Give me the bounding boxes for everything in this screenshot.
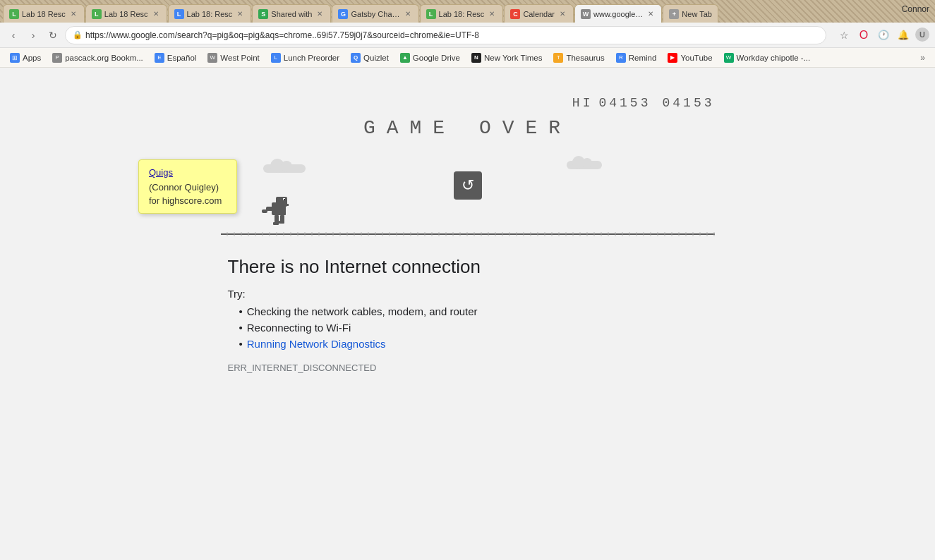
tab-close-8[interactable]: ✕ bbox=[646, 9, 656, 19]
tab-label-4: Shared with bbox=[271, 10, 312, 18]
tab-close-6[interactable]: ✕ bbox=[487, 9, 497, 19]
bookmark-quizlet-label: Quizlet bbox=[363, 54, 389, 62]
suggestion-2: Reconnecting to Wi-Fi bbox=[239, 322, 708, 334]
svg-rect-3 bbox=[284, 199, 285, 200]
extension-button[interactable]: 🔔 bbox=[895, 28, 911, 43]
tab-lab18-3[interactable]: L Lab 18: Resc ✕ bbox=[168, 4, 252, 23]
tab-icon-5: G bbox=[338, 9, 348, 19]
hi-score: 04153 bbox=[598, 96, 651, 110]
westpoint-icon: W bbox=[207, 53, 217, 63]
bookmark-lunch[interactable]: L Lunch Preorder bbox=[267, 51, 344, 64]
tooltip-sub: for highscore.com bbox=[149, 195, 227, 206]
svg-rect-4 bbox=[286, 204, 289, 206]
svg-rect-10 bbox=[273, 222, 279, 225]
espanol-icon: E bbox=[155, 53, 164, 63]
tab-label-7: Calendar bbox=[523, 10, 555, 18]
game-over-text: GAME OVER bbox=[221, 117, 715, 139]
clock-button[interactable]: 🕐 bbox=[876, 28, 891, 43]
address-box[interactable]: 🔒 https://www.google.com/search?q=pig&oq… bbox=[65, 26, 826, 44]
bookmark-youtube-label: YouTube bbox=[680, 54, 712, 62]
bookmark-workday[interactable]: W Workday chipotle -... bbox=[720, 51, 815, 64]
error-title: There is no Internet connection bbox=[228, 256, 708, 278]
tab-icon-4: S bbox=[258, 9, 268, 19]
bookmark-gdrive[interactable]: ▲ Google Drive bbox=[396, 51, 464, 64]
game-canvas[interactable] bbox=[221, 150, 715, 242]
tab-google-active[interactable]: W www.google… ✕ bbox=[574, 4, 662, 23]
game-area: HI 04153 04153 GAME OVER bbox=[221, 96, 715, 242]
tab-bar: L Lab 18 Resc ✕ L Lab 18 Resc ✕ L Lab 18… bbox=[0, 0, 935, 23]
suggestion-1-text: Checking the network cables, modem, and … bbox=[247, 305, 478, 317]
tab-icon-3: L bbox=[174, 9, 184, 19]
bookmark-pascack[interactable]: P pascack.org Bookm... bbox=[48, 51, 147, 64]
bookmark-lunch-label: Lunch Preorder bbox=[284, 54, 339, 62]
tab-shared[interactable]: S Shared with ✕ bbox=[252, 4, 331, 23]
back-button[interactable]: ‹ bbox=[6, 28, 21, 43]
hi-label: HI bbox=[572, 96, 593, 110]
svg-rect-11 bbox=[279, 221, 284, 224]
refresh-button[interactable]: ↻ bbox=[45, 28, 61, 43]
score-area: HI 04153 04153 bbox=[221, 96, 715, 110]
bookmark-remind-label: Remind bbox=[629, 54, 657, 62]
tooltip-title[interactable]: Quigs bbox=[149, 167, 227, 178]
tab-close-4[interactable]: ✕ bbox=[315, 9, 325, 19]
tab-lab18-2[interactable]: L Lab 18 Resc ✕ bbox=[85, 4, 167, 23]
lock-icon: 🔒 bbox=[73, 30, 83, 39]
dino-sprite bbox=[256, 195, 291, 233]
tab-close-5[interactable]: ✕ bbox=[403, 9, 413, 19]
thesaurus-icon: T bbox=[553, 53, 563, 63]
quizlet-icon: Q bbox=[351, 53, 361, 63]
bookmark-espanol-label: Español bbox=[167, 54, 197, 62]
ground-texture bbox=[221, 232, 715, 236]
restart-button[interactable] bbox=[454, 171, 482, 200]
opera-button[interactable]: O bbox=[856, 28, 871, 43]
bookmark-apps[interactable]: ⊞ Apps bbox=[6, 51, 45, 64]
tab-calendar[interactable]: C Calendar ✕ bbox=[504, 4, 574, 23]
tab-label-3: Lab 18: Resc bbox=[187, 10, 233, 18]
tab-close-2[interactable]: ✕ bbox=[151, 9, 161, 19]
user-label: Connor bbox=[902, 4, 929, 14]
tab-label-9: New Tab bbox=[682, 10, 712, 18]
bookmark-thesaurus[interactable]: T Thesaurus bbox=[549, 51, 608, 64]
tab-icon-7: C bbox=[510, 9, 520, 19]
bookmark-star-button[interactable]: ☆ bbox=[836, 28, 852, 43]
svg-rect-1 bbox=[276, 197, 287, 207]
bookmark-pascack-label: pascack.org Bookm... bbox=[65, 54, 143, 62]
tab-close-1[interactable]: ✕ bbox=[68, 9, 78, 19]
bookmark-quizlet[interactable]: Q Quizlet bbox=[346, 51, 393, 64]
tab-icon-8: W bbox=[581, 9, 591, 19]
bookmark-remind[interactable]: R Remind bbox=[612, 51, 661, 64]
bookmark-youtube[interactable]: ▶ YouTube bbox=[663, 51, 716, 64]
run-diagnostics-link[interactable]: Running Network Diagnostics bbox=[247, 338, 386, 350]
tab-label-6: Lab 18: Resc bbox=[439, 10, 485, 18]
remind-icon: R bbox=[616, 53, 626, 63]
tab-newtab[interactable]: + New Tab bbox=[663, 4, 718, 23]
forward-button[interactable]: › bbox=[25, 28, 41, 43]
tab-lab18-1[interactable]: L Lab 18 Resc ✕ bbox=[3, 4, 85, 23]
suggestion-list: Checking the network cables, modem, and … bbox=[239, 305, 708, 350]
tooltip-name: (Connor Quigley) bbox=[149, 182, 227, 193]
main-content: Quigs (Connor Quigley) for highscore.com… bbox=[0, 68, 935, 533]
tab-close-7[interactable]: ✕ bbox=[557, 9, 567, 19]
cloud-2 bbox=[567, 161, 602, 169]
tab-icon-1: L bbox=[9, 9, 19, 19]
tab-icon-2: L bbox=[92, 9, 102, 19]
youtube-icon: ▶ bbox=[668, 53, 677, 63]
try-label: Try: bbox=[228, 288, 708, 300]
apps-icon: ⊞ bbox=[10, 53, 20, 63]
bookmark-nyt[interactable]: N New York Times bbox=[467, 51, 546, 64]
bookmark-westpoint[interactable]: W West Point bbox=[203, 51, 263, 64]
tab-gatsby[interactable]: G Gatsby Cha… ✕ bbox=[332, 4, 418, 23]
tooltip-popup: Quigs (Connor Quigley) for highscore.com bbox=[138, 159, 237, 214]
suggestion-2-text: Reconnecting to Wi-Fi bbox=[247, 322, 351, 334]
address-bar-area: ‹ › ↻ 🔒 https://www.google.com/search?q=… bbox=[0, 23, 935, 48]
tab-label-1: Lab 18 Resc bbox=[22, 10, 66, 18]
bookmark-espanol[interactable]: E Español bbox=[150, 51, 201, 64]
profile-button[interactable]: U bbox=[915, 28, 929, 42]
bookmark-gdrive-label: Google Drive bbox=[413, 54, 460, 62]
tab-close-3[interactable]: ✕ bbox=[235, 9, 245, 19]
tab-icon-9: + bbox=[669, 9, 679, 19]
nyt-icon: N bbox=[471, 53, 481, 63]
bookmarks-more-button[interactable]: » bbox=[916, 51, 929, 64]
tab-label-5: Gatsby Cha… bbox=[351, 10, 399, 18]
tab-lab18-6[interactable]: L Lab 18: Resc ✕ bbox=[420, 4, 504, 23]
